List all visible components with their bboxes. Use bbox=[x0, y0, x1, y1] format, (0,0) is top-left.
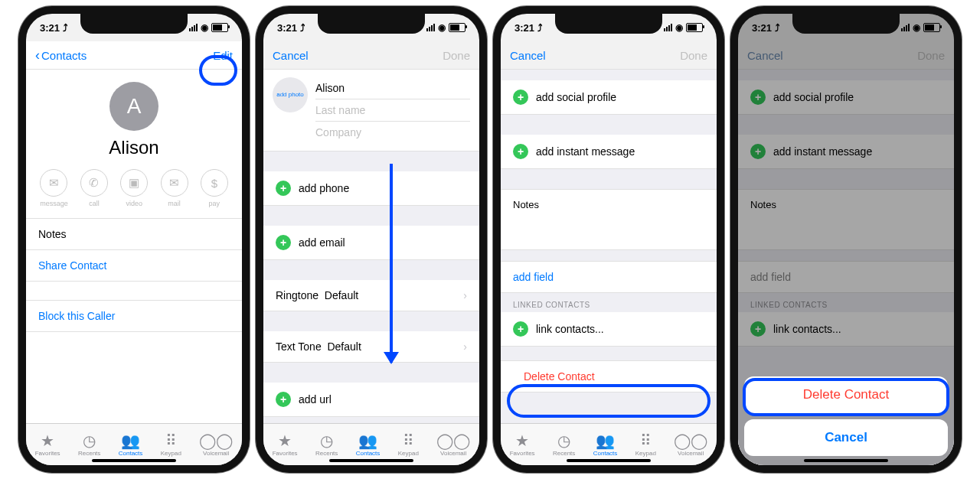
done-button[interactable]: Done bbox=[443, 49, 470, 62]
phone-frame-3: 3:21 ⤴ ◉ Cancel Done +add social profile… bbox=[493, 6, 724, 473]
phone-icon: ✆ bbox=[80, 169, 108, 197]
tab-recents[interactable]: ◷Recents bbox=[315, 432, 338, 457]
star-icon: ★ bbox=[41, 432, 54, 449]
cancel-button[interactable]: Cancel bbox=[273, 49, 309, 62]
battery-icon bbox=[449, 23, 466, 32]
notes-field[interactable]: Notes bbox=[501, 189, 717, 250]
mail-icon: ✉ bbox=[161, 169, 188, 197]
add-photo-button[interactable]: add photo bbox=[273, 77, 308, 112]
notch bbox=[318, 14, 425, 34]
last-name-field[interactable]: Last name bbox=[315, 99, 470, 122]
wifi-icon: ◉ bbox=[438, 22, 446, 33]
link-contacts-button[interactable]: +link contacts... bbox=[501, 312, 717, 347]
status-time: 3:21 ⤴ bbox=[40, 22, 68, 34]
chevron-right-icon: › bbox=[463, 340, 467, 353]
notch bbox=[555, 14, 662, 34]
tab-keypad[interactable]: ⠿Keypad bbox=[635, 432, 656, 457]
back-button[interactable]: ‹Contacts bbox=[35, 48, 87, 62]
chevron-left-icon: ‹ bbox=[35, 48, 40, 62]
tab-keypad[interactable]: ⠿Keypad bbox=[161, 432, 181, 457]
quick-actions-row: ✉message ✆call ▣video ✉mail $pay bbox=[26, 169, 242, 219]
plus-icon: + bbox=[513, 144, 528, 159]
notes-row[interactable]: Notes bbox=[26, 219, 242, 250]
add-social-profile-button[interactable]: +add social profile bbox=[501, 80, 717, 115]
cancel-button[interactable]: Cancel bbox=[510, 49, 546, 62]
keypad-icon: ⠿ bbox=[165, 432, 177, 449]
cell-signal-icon bbox=[426, 24, 435, 31]
ringtone-row[interactable]: Ringtone Default› bbox=[263, 280, 479, 311]
share-contact-button[interactable]: Share Contact bbox=[26, 250, 242, 282]
tab-voicemail[interactable]: ◯◯Voicemail bbox=[674, 432, 707, 457]
chevron-right-icon: › bbox=[463, 289, 467, 301]
plus-icon: + bbox=[276, 235, 291, 250]
clock-icon: ◷ bbox=[83, 432, 96, 449]
tab-keypad[interactable]: ⠿Keypad bbox=[398, 432, 419, 457]
home-indicator[interactable] bbox=[804, 459, 888, 462]
video-action[interactable]: ▣video bbox=[120, 169, 148, 207]
avatar: A bbox=[109, 82, 158, 131]
tab-favorites[interactable]: ★Favorites bbox=[510, 432, 535, 457]
cell-signal-icon bbox=[189, 24, 198, 31]
add-field-button[interactable]: add field bbox=[501, 261, 717, 293]
scroll-down-arrow bbox=[390, 164, 393, 363]
tab-contacts[interactable]: 👥Contacts bbox=[119, 432, 143, 457]
plus-icon: + bbox=[513, 321, 528, 337]
delete-contact-button[interactable]: Delete Contact bbox=[501, 360, 717, 392]
home-indicator[interactable] bbox=[567, 459, 651, 462]
company-field[interactable]: Company bbox=[315, 122, 470, 143]
texttone-row[interactable]: Text Tone Default› bbox=[263, 331, 479, 363]
done-button[interactable]: Done bbox=[680, 49, 707, 62]
voicemail-icon: ◯◯ bbox=[199, 432, 233, 449]
pay-action[interactable]: $pay bbox=[201, 169, 228, 207]
action-sheet-cancel-button[interactable]: Cancel bbox=[744, 419, 948, 456]
message-icon: ✉ bbox=[40, 169, 67, 197]
pay-icon: $ bbox=[201, 169, 228, 197]
home-indicator[interactable] bbox=[92, 459, 176, 462]
add-url-button[interactable]: +add url bbox=[263, 383, 479, 417]
action-sheet: Delete Contact Cancel bbox=[744, 370, 948, 456]
call-action[interactable]: ✆call bbox=[80, 169, 108, 207]
add-email-button[interactable]: +add email bbox=[263, 226, 479, 260]
notch bbox=[80, 14, 188, 34]
add-phone-button[interactable]: +add phone bbox=[263, 171, 479, 206]
linked-contacts-header: LINKED CONTACTS bbox=[501, 293, 717, 312]
block-caller-button[interactable]: Block this Caller bbox=[26, 300, 242, 332]
video-icon: ▣ bbox=[120, 169, 148, 197]
wifi-icon: ◉ bbox=[201, 22, 208, 33]
tab-voicemail[interactable]: ◯◯Voicemail bbox=[436, 432, 470, 457]
tab-recents[interactable]: ◷Recents bbox=[553, 432, 575, 457]
notch bbox=[792, 14, 900, 34]
tab-contacts[interactable]: 👥Contacts bbox=[356, 432, 381, 457]
phone-frame-2: 3:21 ⤴ ◉ Cancel Done add photo Alison La… bbox=[256, 6, 487, 473]
tab-favorites[interactable]: ★Favorites bbox=[273, 432, 298, 457]
contacts-icon: 👥 bbox=[121, 432, 140, 449]
tab-recents[interactable]: ◷Recents bbox=[78, 432, 100, 457]
battery-icon bbox=[211, 23, 228, 32]
plus-icon: + bbox=[276, 181, 291, 196]
plus-icon: + bbox=[276, 392, 291, 407]
delete-contact-confirm-button[interactable]: Delete Contact bbox=[744, 376, 948, 413]
tab-favorites[interactable]: ★Favorites bbox=[35, 432, 60, 457]
status-time: 3:21 ⤴ bbox=[277, 22, 305, 34]
mail-action[interactable]: ✉mail bbox=[161, 169, 188, 207]
home-indicator[interactable] bbox=[329, 459, 413, 462]
phone-frame-4: 3:21 ⤴ ◉ Cancel Done +add social profile… bbox=[730, 6, 962, 473]
phone-frame-1: 3:21 ⤴ ◉ ‹Contacts Edit A Alison ✉messag… bbox=[18, 6, 250, 473]
contact-name: Alison bbox=[26, 137, 242, 158]
message-action[interactable]: ✉message bbox=[40, 169, 68, 207]
tab-voicemail[interactable]: ◯◯Voicemail bbox=[199, 432, 233, 457]
plus-icon: + bbox=[513, 90, 528, 105]
status-time: 3:21 ⤴ bbox=[514, 22, 543, 34]
add-instant-message-button[interactable]: +add instant message bbox=[501, 135, 717, 169]
first-name-field[interactable]: Alison bbox=[315, 77, 470, 99]
tab-contacts[interactable]: 👥Contacts bbox=[593, 432, 618, 457]
edit-button[interactable]: Edit bbox=[213, 49, 233, 62]
location-arrow-icon: ⤴ bbox=[63, 22, 68, 34]
